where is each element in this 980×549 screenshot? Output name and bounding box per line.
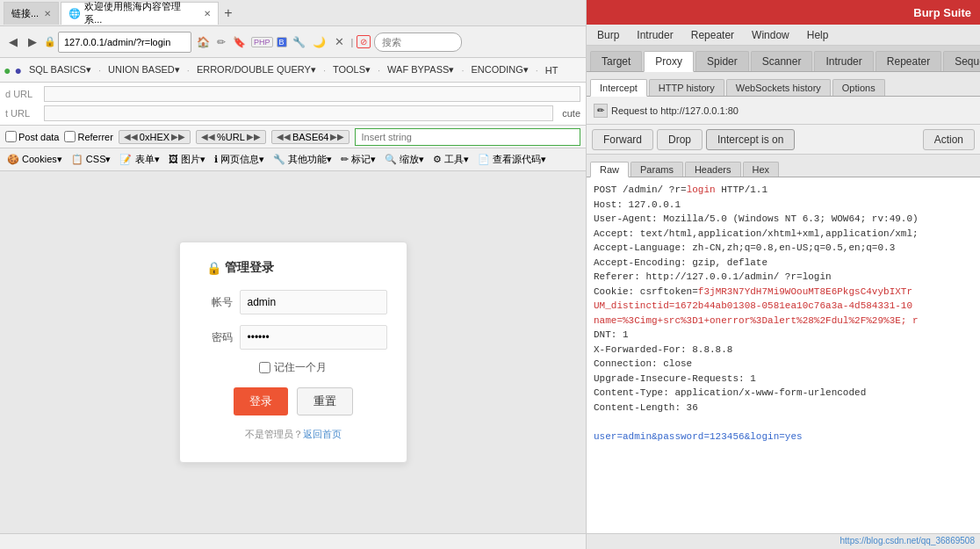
menu-help[interactable]: Help [803,27,832,43]
back-link[interactable]: 返回首页 [303,429,342,439]
intercept-on-button[interactable]: Intercept is on [706,129,795,150]
login-title: 🔒 管理登录 [206,260,380,276]
referrer-checkbox[interactable]: Referrer [64,131,112,142]
tab-label-1: 链接... [11,7,39,20]
password-row: 密码 [206,325,380,350]
tab-repeater[interactable]: Repeater [876,51,941,71]
tab-close-1[interactable]: ✕ [44,9,51,18]
toolbar-union-based[interactable]: UNION BASED▾ [104,62,184,77]
images-btn[interactable]: 🖼 图片▾ [165,151,209,168]
css-btn[interactable]: 📋 CSS▾ [68,152,115,167]
subtab-intercept[interactable]: Intercept [590,79,647,97]
close-page-button[interactable]: ✕ [331,34,348,49]
toolbar-tools[interactable]: TOOLS▾ [329,62,374,77]
req-line-5: Accept-Language: zh-CN,zh;q=0.8,en-US;q=… [594,241,973,256]
cookies-btn[interactable]: 🍪 Cookies▾ [4,152,66,167]
post-data-checkbox[interactable]: Post data [5,131,59,142]
request-body[interactable]: POST /admin/ ?r=login HTTP/1.1 Host: 127… [587,177,980,533]
browser-tab-1[interactable]: 链接... ✕ [4,2,59,25]
php-icon[interactable]: PHP [251,37,273,47]
req-line-18: user=admin&password=123456&login=yes [594,430,973,444]
toolbar-encoding[interactable]: ENCODING▾ [467,62,531,77]
req-tab-headers[interactable]: Headers [685,162,741,177]
address-input[interactable] [58,32,191,53]
request-url-info: Request to http://127.0.0.1:80 [611,105,973,116]
ext-icon1[interactable]: 🔧 [291,35,307,49]
toolbar-sql-basics[interactable]: SQL BASICS▾ [25,62,95,77]
forms-btn[interactable]: 📝 表单▾ [116,151,162,168]
view-source-btn[interactable]: 📄 查看源代码▾ [474,151,550,168]
req-line-2: Host: 127.0.0.1 [594,198,973,213]
search-input[interactable] [374,33,462,52]
tab-spider[interactable]: Spider [695,51,749,71]
insert-string-input[interactable] [355,128,580,146]
req-line-17 [594,415,973,430]
forward-button[interactable]: ▶ [25,33,40,50]
base64-label: BASE64 [292,132,329,142]
action-button[interactable]: Action [923,129,975,150]
mark-btn[interactable]: ✏ 标记▾ [337,151,379,168]
account-input[interactable] [240,290,387,314]
req-line-7: Referer: http://127.0.0.1/admin/ ?r=logi… [594,270,973,285]
remember-checkbox[interactable] [259,362,270,373]
base64-button[interactable]: ◀◀ BASE64 ▶▶ [271,130,350,144]
tab-sequencer[interactable]: Sequencer [943,51,980,71]
forward-button[interactable]: Forward [592,129,653,150]
execute-label[interactable]: cute [562,108,580,119]
toolbar-ht[interactable]: HT [542,63,562,77]
login-box: 🔒 管理登录 帐号 密码 记住一个月 登录 重置 [179,242,407,463]
other-btn[interactable]: 🔧 其他功能▾ [270,151,335,168]
edit-icon[interactable]: ✏ [215,35,227,49]
browser-toolbar: ● ● SQL BASICS▾ · UNION BASED▾ · ERROR/D… [0,58,586,83]
req-tab-params[interactable]: Params [631,162,683,177]
new-tab-button[interactable]: + [220,5,235,21]
req-line-12: X-Forwarded-For: 8.8.8.8 [594,343,973,358]
edit-pencil-icon[interactable]: ✏ [594,104,608,118]
browser-tab-2[interactable]: 🌐 欢迎使用熊海内容管理系... ✕ [61,2,219,25]
subtab-options[interactable]: Options [832,79,885,96]
drop-button[interactable]: Drop [657,129,703,150]
tab-close-2[interactable]: ✕ [204,9,211,18]
tab-proxy[interactable]: Proxy [644,51,694,72]
b-icon[interactable]: B [277,37,287,47]
toolbar-error-query[interactable]: ERROR/DOUBLE QUERY▾ [193,62,320,77]
back-button[interactable]: ◀ [5,33,21,50]
reset-button[interactable]: 重置 [297,387,353,415]
tab-target[interactable]: Target [590,51,642,71]
page-info-btn[interactable]: ℹ 网页信息▾ [211,151,268,168]
login-buttons: 登录 重置 [206,387,380,415]
toolbar-waf-bypass[interactable]: WAF BYPASS▾ [384,62,458,77]
url-input-1[interactable] [44,86,580,102]
password-input[interactable] [240,325,387,350]
tab-scanner[interactable]: Scanner [751,51,813,71]
login-button[interactable]: 登录 [234,387,288,415]
percent-url-label: %URL [217,132,245,142]
referrer-check[interactable] [64,131,76,142]
tab-intruder[interactable]: Intruder [814,51,873,71]
menu-burp[interactable]: Burp [594,27,623,43]
subtab-http-history[interactable]: HTTP history [649,79,724,96]
req-line-9: UM_distinctid=1672b44ab01308-0581ea10c76… [594,299,973,314]
percent-url-button[interactable]: ◀◀ %URL ▶▶ [196,130,266,144]
action-buttons-bar: Forward Drop Intercept is on Action [587,125,980,155]
req-tab-raw[interactable]: Raw [590,162,629,177]
account-row: 帐号 [206,290,380,314]
burp-menubar: Burp Intruder Repeater Window Help [587,25,980,46]
hex-button[interactable]: ◀◀ 0xHEX ▶▶ [119,130,191,144]
ext-icon2[interactable]: 🌙 [311,35,328,49]
url-input-2[interactable] [44,105,553,121]
subtab-websockets[interactable]: WebSockets history [726,79,831,96]
zoom-btn[interactable]: 🔍 缩放▾ [381,151,428,168]
post-data-check[interactable] [5,131,17,142]
account-label: 帐号 [206,295,233,310]
menu-intruder[interactable]: Intruder [633,27,676,43]
req-line-10: name=%3Cimg+src%3D1+onerror%3Dalert%28%2… [594,314,973,329]
menu-repeater[interactable]: Repeater [688,27,738,43]
menu-window[interactable]: Window [748,27,793,43]
no-script-icon[interactable]: ⊘ [357,35,371,48]
tools-btn2[interactable]: ⚙ 工具▾ [429,151,472,168]
url-area: d URL t URL cute [0,83,586,126]
req-tab-hex[interactable]: Hex [743,162,780,177]
home-icon[interactable]: 🏠 [195,35,212,49]
bookmark-icon[interactable]: 🔖 [231,35,248,49]
